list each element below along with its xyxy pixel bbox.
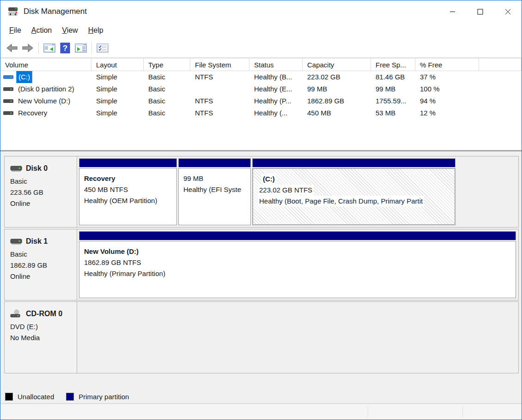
disk-1-row: Disk 1 Basic 1862.89 GB Online New Volum…	[4, 229, 519, 300]
console-tree-button[interactable]	[42, 41, 57, 55]
partition-c-drive[interactable]: (C:) 223.02 GB NTFS Healthy (Boot, Page …	[252, 158, 455, 225]
cell-free-space: 53 MB	[371, 107, 415, 119]
menu-help[interactable]: Help	[83, 24, 109, 36]
disk-kind: DVD (E:)	[10, 321, 77, 332]
close-button[interactable]	[494, 0, 522, 23]
toolbar-separator	[38, 42, 39, 54]
statusbar-divider	[462, 406, 463, 417]
toolbar: ?	[0, 38, 522, 58]
disk-0-label-panel[interactable]: Disk 0 Basic 223.56 GB Online	[4, 156, 77, 228]
volume-name: Recovery	[16, 107, 49, 119]
cell-status: Healthy (P...	[249, 95, 303, 107]
disk-size: 1862.89 GB	[10, 260, 77, 271]
partition-status: Healthy (Primary Partition)	[84, 268, 516, 279]
volume-list-header: Volume Layout Type File System Status Ca…	[0, 58, 522, 71]
console-tree-icon	[43, 43, 55, 53]
volume-name: New Volume (D:)	[16, 95, 72, 107]
forward-button[interactable]	[20, 41, 36, 55]
cell-status: Healthy (B...	[249, 71, 303, 83]
menu-bar: File Action View Help	[0, 23, 522, 38]
volume-row-c[interactable]: (C:) Simple Basic NTFS Healthy (B... 223…	[0, 71, 522, 83]
partition-size: 450 MB NTFS	[84, 184, 176, 195]
legend-unallocated-label: Unallocated	[18, 393, 54, 401]
partition-name: (C:)	[261, 174, 276, 185]
volume-row-new-volume-d[interactable]: New Volume (D:) Simple Basic NTFS Health…	[0, 95, 522, 107]
minimize-button[interactable]	[438, 0, 466, 23]
partition-color-bar	[79, 231, 516, 240]
menu-file[interactable]: File	[4, 24, 26, 36]
maximize-icon	[477, 9, 483, 15]
partition-recovery[interactable]: Recovery 450 MB NTFS Healthy (OEM Partit…	[79, 158, 177, 225]
cdrom-icon	[10, 309, 22, 319]
back-button[interactable]	[4, 41, 20, 55]
cell-type: Basic	[144, 107, 190, 119]
status-bar	[0, 403, 522, 420]
cell-free-space: 99 MB	[371, 83, 415, 95]
disk-kind: Basic	[10, 249, 77, 260]
cell-layout: Simple	[91, 107, 144, 119]
menu-view[interactable]: View	[57, 24, 83, 36]
disk-size: 223.56 GB	[10, 187, 77, 198]
partition-name: New Volume (D:)	[84, 246, 516, 257]
volume-list: Volume Layout Type File System Status Ca…	[0, 58, 522, 150]
cell-type: Basic	[144, 83, 190, 95]
column-header-pct-free[interactable]: % Free	[415, 58, 479, 71]
forward-icon	[22, 43, 34, 53]
volume-row-disk0-partition2[interactable]: (Disk 0 partition 2) Simple Basic Health…	[0, 83, 522, 95]
checklist-button[interactable]	[95, 41, 110, 55]
unallocated-swatch	[5, 393, 13, 401]
column-header-capacity[interactable]: Capacity	[303, 58, 371, 71]
column-header-filler	[479, 58, 522, 71]
svg-text:?: ?	[63, 44, 67, 53]
column-header-layout[interactable]: Layout	[91, 58, 144, 71]
help-button[interactable]: ?	[57, 41, 73, 55]
column-header-type[interactable]: Type	[144, 58, 190, 71]
cell-pct-free: 94 %	[415, 95, 479, 107]
disk-name: Disk 1	[26, 236, 48, 247]
cell-file-system	[190, 83, 249, 95]
statusbar-divider	[368, 406, 368, 417]
cell-layout: Simple	[91, 95, 144, 107]
checklist-icon	[97, 43, 109, 53]
help-icon: ?	[60, 42, 70, 54]
partition-efi-system[interactable]: 99 MB Healthy (EFI Syste	[178, 158, 251, 225]
cdrom-0-graph	[77, 301, 519, 373]
disk-icon	[10, 164, 22, 173]
partition-new-volume-d[interactable]: New Volume (D:) 1862.89 GB NTFS Healthy …	[79, 231, 516, 298]
primary-partition-swatch	[66, 393, 74, 401]
partition-color-bar	[178, 158, 251, 167]
menu-action[interactable]: Action	[26, 24, 57, 36]
column-header-free-space[interactable]: Free Sp...	[371, 58, 415, 71]
window-controls	[438, 0, 522, 23]
action-pane-icon	[75, 43, 87, 53]
column-header-status[interactable]: Status	[249, 58, 303, 71]
partition-status: Healthy (OEM Partition)	[84, 195, 176, 206]
disk-name: Disk 0	[26, 163, 48, 174]
partition-color-bar	[79, 158, 177, 167]
disk-state: No Media	[10, 332, 77, 343]
disk-drive-icon	[7, 6, 19, 18]
cdrom-0-label-panel[interactable]: CD-ROM 0 DVD (E:) No Media	[4, 301, 77, 373]
cell-free-space: 81.46 GB	[371, 71, 415, 83]
action-pane-button[interactable]	[73, 41, 89, 55]
partition-size: 1862.89 GB NTFS	[84, 257, 516, 268]
cell-capacity: 223.02 GB	[303, 71, 371, 83]
volume-icon	[3, 111, 13, 115]
disk-icon	[10, 237, 22, 246]
cell-pct-free: 100 %	[415, 83, 479, 95]
disk-state: Online	[10, 198, 77, 209]
disk-1-label-panel[interactable]: Disk 1 Basic 1862.89 GB Online	[4, 229, 77, 300]
volume-name: (Disk 0 partition 2)	[16, 83, 76, 95]
maximize-button[interactable]	[466, 0, 494, 23]
cdrom-0-row: CD-ROM 0 DVD (E:) No Media	[4, 301, 519, 373]
volume-row-recovery[interactable]: Recovery Simple Basic NTFS Healthy (... …	[0, 107, 522, 119]
toolbar-separator	[91, 42, 92, 54]
partition-status: Healthy (EFI Syste	[183, 184, 250, 195]
column-header-volume[interactable]: Volume	[0, 58, 91, 71]
cell-layout: Simple	[91, 83, 144, 95]
column-header-file-system[interactable]: File System	[190, 58, 249, 71]
disk-state: Online	[10, 271, 77, 282]
cell-status: Healthy (E...	[249, 83, 303, 95]
cell-pct-free: 37 %	[415, 71, 479, 83]
cell-file-system: NTFS	[190, 107, 249, 119]
